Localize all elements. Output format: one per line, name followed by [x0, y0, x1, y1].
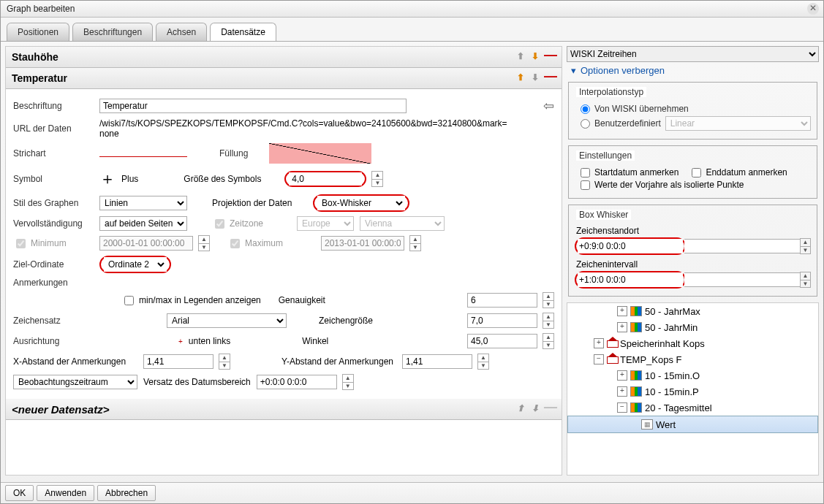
zeichengroesse-input[interactable]	[467, 313, 537, 328]
back-arrow-icon[interactable]: ⇦	[543, 98, 554, 114]
expander-icon[interactable]: −	[594, 354, 604, 364]
expander-icon[interactable]: +	[594, 338, 604, 348]
enddatum-label: Enddatum anmerken	[706, 167, 787, 177]
section-stauhoehe[interactable]: Stauhöhe ⬆ ⬇ —	[6, 47, 562, 68]
genauigkeit-input[interactable]	[467, 293, 537, 308]
zeitzone-checkbox	[215, 219, 224, 229]
tree-node[interactable]: −20 - Tagesmittel	[567, 400, 818, 416]
interp-benutzer-radio[interactable]	[581, 119, 590, 129]
move-up-icon[interactable]: ⬆	[515, 51, 526, 63]
interp-type-select: Linear	[665, 116, 811, 131]
expander-icon[interactable]: +	[617, 386, 627, 397]
move-up-icon[interactable]: ⬆	[515, 72, 526, 84]
move-down-icon[interactable]: ⬇	[529, 403, 541, 415]
close-icon[interactable]: ✕	[807, 3, 819, 15]
bw-standort-ext	[684, 239, 801, 253]
yabstand-label: Y-Abstand der Anmerkungen	[281, 356, 393, 367]
minmax-legend-label: min/max in Legenden anzeigen	[139, 295, 261, 305]
tab-achsen[interactable]: Achsen	[156, 23, 207, 41]
house-icon	[607, 355, 617, 364]
yabstand-input[interactable]	[402, 354, 472, 369]
tab-positionen[interactable]: Positionen	[7, 23, 69, 41]
beschriftung-input[interactable]	[99, 99, 407, 113]
anwenden-button[interactable]: Anwenden	[37, 485, 94, 501]
zeichengroesse-stepper[interactable]: ▲▼	[543, 313, 554, 329]
groesse-input[interactable]	[289, 172, 362, 186]
startdatum-checkbox[interactable]	[581, 168, 590, 177]
groesse-stepper[interactable]: ▲▼	[371, 171, 383, 187]
tab-datensaetze[interactable]: Datensätze	[210, 23, 276, 41]
chart-icon	[630, 386, 642, 397]
expander-icon[interactable]: +	[617, 306, 627, 316]
move-down-icon[interactable]: ⬇	[529, 72, 541, 84]
temperatur-form: Beschriftung ⇦ URL der Daten /wiski7/ts/…	[6, 89, 562, 399]
zeitzone-city-select: Vienna	[360, 216, 445, 231]
boxwhisker-legend: Box Whisker	[576, 210, 631, 220]
tree-node[interactable]: +10 - 15min.O	[567, 367, 818, 383]
zeichengroesse-label: Zeichengröße	[319, 316, 373, 326]
stil-select[interactable]: Linien	[99, 196, 187, 210]
xabstand-stepper[interactable]: ▲▼	[219, 354, 230, 370]
section-neuer-datensatz[interactable]: <neuer Datensatz> ⬆ ⬇ —	[6, 399, 562, 420]
bw-intervall-label: Zeichenintervall	[576, 259, 811, 270]
tree-node[interactable]: +50 - JahrMin	[567, 319, 818, 335]
vervoll-select[interactable]: auf beiden Seiten	[99, 216, 187, 231]
strichart-label: Strichart	[13, 148, 94, 159]
genauigkeit-stepper[interactable]: ▲▼	[543, 292, 554, 308]
move-down-icon[interactable]: ⬇	[529, 51, 541, 63]
options-disclose[interactable]: ▾ Optionen verbergen	[567, 62, 819, 79]
beobachtungszeitraum-select[interactable]: Beobachtungszeitraum	[13, 375, 137, 389]
tree-label: Wert	[656, 419, 676, 430]
titlebar: Graph bearbeiten ✕	[1, 1, 823, 18]
bw-standort-stepper[interactable]: ▲▼	[800, 238, 811, 254]
xabstand-input[interactable]	[143, 354, 213, 369]
bw-standort-input[interactable]	[578, 239, 683, 253]
plus-icon: ＋	[99, 168, 116, 190]
maximum-input	[321, 236, 404, 251]
vorjahre-label: Werte der Vorjahre als isolierte Punkte	[594, 180, 744, 190]
url-label: URL der Daten	[13, 123, 94, 134]
tree-node[interactable]: +Speicherinhalt Kops	[567, 335, 818, 351]
source-select[interactable]: WISKI Zeitreihen	[567, 46, 819, 62]
remove-icon[interactable]: —	[544, 72, 556, 84]
projektion-select[interactable]: Box-Whisker	[317, 196, 405, 210]
interp-wiski-label: Von WISKI übernehmen	[594, 104, 689, 114]
tree-node[interactable]: −TEMP_Kops F	[567, 351, 818, 367]
maximum-stepper: ▲▼	[409, 235, 421, 251]
expander-icon[interactable]: +	[617, 322, 627, 332]
tree-label: 50 - JahrMax	[645, 306, 700, 317]
fuellung-label: Füllung	[219, 148, 263, 159]
tree-node-selected[interactable]: ▦Wert	[567, 416, 818, 433]
tab-beschriftungen[interactable]: Beschriftungen	[72, 23, 153, 41]
minmax-legend-checkbox[interactable]	[124, 296, 134, 305]
zeichensatz-select[interactable]: Arial	[167, 313, 287, 328]
ziel-select[interactable]: Ordinate 2	[104, 257, 167, 272]
versatz-input[interactable]	[257, 375, 337, 389]
interp-wiski-radio[interactable]	[581, 104, 590, 114]
tree-view[interactable]: +50 - JahrMax +50 - JahrMin +Speicherinh…	[567, 302, 819, 476]
chart-icon	[630, 402, 642, 413]
yabstand-stepper[interactable]: ▲▼	[477, 354, 489, 370]
enddatum-checkbox[interactable]	[692, 168, 701, 177]
abbrechen-button[interactable]: Abbrechen	[97, 485, 156, 501]
tree-node[interactable]: +50 - JahrMax	[567, 303, 818, 319]
section-temperatur[interactable]: Temperatur ⬆ ⬇ —	[6, 68, 562, 89]
tree-label: Speicherinhalt Kops	[620, 338, 705, 349]
interpolation-legend: Interpolationstyp	[576, 87, 646, 97]
tree-node[interactable]: +10 - 15min.P	[567, 383, 818, 400]
remove-icon[interactable]: —	[544, 51, 556, 63]
move-up-icon[interactable]: ⬆	[515, 403, 526, 415]
bw-standort-label: Zeichenstandort	[576, 226, 811, 236]
winkel-stepper[interactable]: ▲▼	[543, 333, 554, 349]
ausrichtung-value[interactable]: unten links	[189, 336, 230, 346]
bw-intervall-stepper[interactable]: ▲▼	[800, 272, 811, 288]
versatz-stepper[interactable]: ▲▼	[342, 374, 354, 390]
ok-button[interactable]: OK	[5, 485, 34, 501]
strichart-swatch[interactable]	[99, 146, 187, 157]
vorjahre-checkbox[interactable]	[581, 180, 590, 190]
expander-icon[interactable]: −	[617, 402, 627, 413]
winkel-input[interactable]	[467, 334, 537, 348]
fuellung-swatch[interactable]	[269, 143, 371, 164]
expander-icon[interactable]: +	[617, 370, 627, 381]
bw-intervall-input[interactable]	[578, 272, 683, 287]
